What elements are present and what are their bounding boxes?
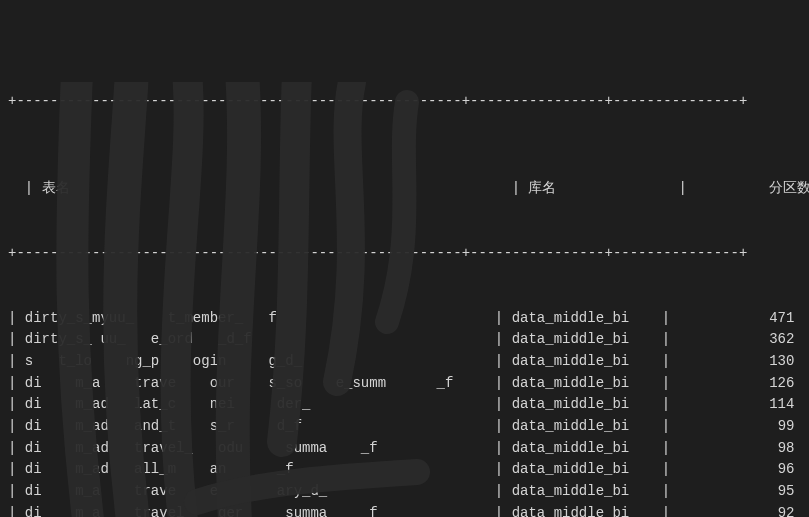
cell-partitions: 362	[678, 329, 798, 351]
cell-db: data_middle_bi	[512, 394, 662, 416]
table-row: | di m_ad and_t s_r d_f| data_middle_bi|…	[8, 416, 801, 438]
cell-name: dirty_s_ uu_ e_ord _d_f	[25, 329, 495, 351]
cell-name: di m_a trave e_s ary_d_	[25, 481, 495, 503]
cell-partitions: 98	[678, 438, 798, 460]
table-row: | di m_ad lat_c nei der_| data_middle_bi…	[8, 394, 801, 416]
table-row: | di m_a travel_ ger summa f| data_middl…	[8, 503, 801, 517]
table-row: | s t_lo ng_p ogin g_d_| data_middle_bi|…	[8, 351, 801, 373]
cell-db: data_middle_bi	[512, 351, 662, 373]
table-row: | dirty_s_myuu_ t_member_ f| data_middle…	[8, 308, 801, 330]
table-row: | di m_a trave e_s ary_d_| data_middle_b…	[8, 481, 801, 503]
table-row: | di m_a trave our s_so e_summ _f| data_…	[8, 373, 801, 395]
cell-db: data_middle_bi	[512, 438, 662, 460]
cell-name: di m_ad all_m an _f	[25, 459, 495, 481]
cell-partitions: 95	[678, 481, 798, 503]
cell-name: di m_ad and_t s_r d_f	[25, 416, 495, 438]
cell-partitions: 114	[678, 394, 798, 416]
cell-name: dirty_s_myuu_ t_member_ f	[25, 308, 495, 330]
cell-name: di m_a trave our s_so e_summ _f	[25, 373, 495, 395]
cell-partitions: 471	[678, 308, 798, 330]
cell-partitions: 99	[678, 416, 798, 438]
table-row: | di m_ad all_m an _f| data_middle_bi| 9…	[8, 459, 801, 481]
header-partitions: 分区数	[695, 178, 809, 200]
table-row: | di m_ad travel_ odu summa _f| data_mid…	[8, 438, 801, 460]
cell-db: data_middle_bi	[512, 329, 662, 351]
table-row: | dirty_s_ uu_ e_ord _d_f| data_middle_b…	[8, 329, 801, 351]
cell-db: data_middle_bi	[512, 308, 662, 330]
table-border-mid: +---------------------------------------…	[8, 243, 801, 265]
table-border-top: +---------------------------------------…	[8, 91, 801, 113]
header-name: 表名	[42, 178, 512, 200]
cell-db: data_middle_bi	[512, 416, 662, 438]
header-db: 库名	[528, 178, 678, 200]
cell-db: data_middle_bi	[512, 459, 662, 481]
cell-db: data_middle_bi	[512, 481, 662, 503]
cell-partitions: 96	[678, 459, 798, 481]
cell-db: data_middle_bi	[512, 373, 662, 395]
cell-partitions: 92	[678, 503, 798, 517]
cell-partitions: 130	[678, 351, 798, 373]
cell-name: s t_lo ng_p ogin g_d_	[25, 351, 495, 373]
cell-db: data_middle_bi	[512, 503, 662, 517]
cell-name: di m_ad travel_ odu summa _f	[25, 438, 495, 460]
cell-name: di m_a travel_ ger summa f	[25, 503, 495, 517]
cell-name: di m_ad lat_c nei der_	[25, 394, 495, 416]
cell-partitions: 126	[678, 373, 798, 395]
table-header-row: | 表名| 库名| 分区数 |	[8, 156, 801, 199]
